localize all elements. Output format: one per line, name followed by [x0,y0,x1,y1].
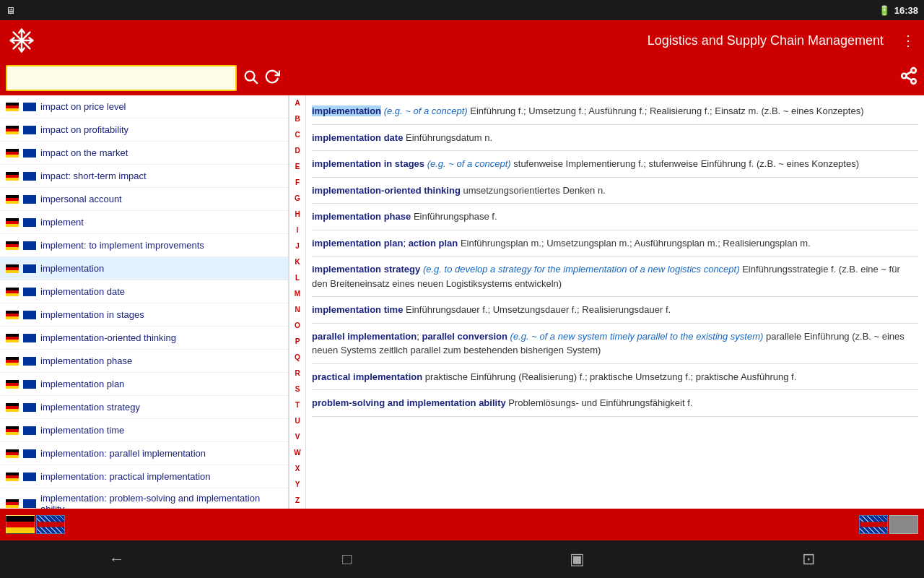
list-item[interactable]: implementation-oriented thinking [0,327,288,350]
item-flag-uk [23,499,36,508]
item-flag-de [6,241,19,250]
alpha-letter[interactable]: E [295,163,300,171]
item-flag-de [6,218,19,227]
alpha-letter[interactable]: T [295,402,300,409]
alpha-letter[interactable]: B [295,116,300,123]
alpha-letter[interactable]: J [295,243,300,250]
alpha-letter[interactable]: K [295,259,300,266]
list-item[interactable]: implementation date [0,280,288,303]
alpha-letter[interactable]: H [295,211,300,218]
menu-icon[interactable]: ⋮ [898,29,918,52]
alphabet-sidebar: ABCDEFGHIJKLMNOPQRSTUVWXYZ [289,95,306,509]
refresh-button[interactable] [264,69,280,88]
search-bar [0,61,924,95]
item-flag-de [6,380,19,389]
back-button[interactable]: ← [92,544,142,574]
entry-term: implementation strategy [312,264,420,275]
list-item[interactable]: implement: to implement improvements [0,234,288,257]
alpha-letter[interactable]: A [295,100,300,107]
alpha-letter[interactable]: F [295,179,300,186]
list-item[interactable]: impact on the market [0,142,288,165]
list-item-label: impact: short-term impact [40,171,147,181]
item-flag-de [6,403,19,412]
list-item[interactable]: impact on price level [0,95,288,118]
list-item[interactable]: implementation: practical implementation [0,465,288,488]
alpha-letter[interactable]: P [295,338,300,345]
list-item[interactable]: implement [0,211,288,234]
list-item[interactable]: implementation strategy [0,396,288,419]
app-header: Logistics and Supply Chain Management ⋮ [0,20,924,61]
entry-row: implementation date Einführungsdatum n. [312,125,918,152]
list-item[interactable]: implementation time [0,419,288,442]
svg-line-18 [906,72,911,74]
list-item-label: implementation-oriented thinking [40,332,176,343]
alpha-letter[interactable]: C [295,131,300,139]
alpha-letter[interactable]: O [295,322,300,329]
search-input[interactable] [6,65,237,91]
list-item[interactable]: implementation [0,257,288,280]
item-flag-de [6,288,19,296]
list-item[interactable]: implementation: problem-solving and impl… [0,488,288,509]
entry-term: implementation time [312,304,403,315]
item-flag-de [6,499,19,508]
list-item[interactable]: implementation: parallel implementation [0,442,288,465]
status-bar: 🖥 🔋 16:38 [0,0,924,20]
alpha-letter[interactable]: I [297,227,299,234]
item-flag-de [6,264,19,273]
word-list: impact on price levelimpact on profitabi… [0,95,289,509]
list-item[interactable]: implementation phase [0,350,288,373]
item-flag-uk [23,172,36,181]
list-item[interactable]: impact: short-term impact [0,165,288,188]
list-item-label: implementation time [40,425,124,436]
alpha-letter[interactable]: Q [295,354,300,361]
alpha-letter[interactable]: X [295,465,300,473]
entry-translation: Problemlösungs- und Einführungsfähigkeit… [508,397,692,408]
list-item[interactable]: impact on profitability [0,118,288,142]
entry-row: implementation in stages (e.g. ~ of a co… [312,151,918,178]
entry-example: (e.g. ~ of a concept) [427,158,511,169]
english-flag-right[interactable] [859,515,888,534]
main-content: impact on price levelimpact on profitabi… [0,95,924,509]
item-flag-uk [23,103,36,111]
item-flag-de [6,334,19,342]
german-flag[interactable] [6,515,35,534]
alpha-letter[interactable]: S [295,386,300,393]
entry-example: (e.g. ~ of a new system timely parallel … [510,331,764,342]
screenshot-button[interactable]: ⊡ [785,544,832,574]
list-item[interactable]: implementation in stages [0,303,288,327]
entry-row: implementation-oriented thinking umsetzu… [312,178,918,204]
item-flag-uk [23,334,36,342]
alpha-letter[interactable]: D [295,147,300,155]
grey-flag[interactable] [889,515,918,534]
alpha-letter[interactable]: Z [295,497,300,504]
alpha-letter[interactable]: L [295,275,300,282]
search-button[interactable] [243,69,258,88]
item-flag-de [6,126,19,134]
svg-line-13 [253,79,257,83]
recents-button[interactable]: ▣ [552,544,602,574]
item-flag-uk [23,241,36,250]
entry-row: practical implementation praktische Einf… [312,364,918,391]
entry-row: implementation plan; action plan Einführ… [312,230,918,257]
alpha-letter[interactable]: N [295,306,300,314]
list-item[interactable]: implementation plan [0,373,288,396]
share-button[interactable] [899,66,918,90]
item-flag-de [6,473,19,481]
alpha-letter[interactable]: W [294,449,300,457]
alpha-letter[interactable]: G [295,195,300,202]
item-flag-uk [23,380,36,389]
entry-term: implementation plan [312,238,403,249]
entry-separator: ; [403,238,408,249]
target-language-flags [859,515,918,534]
alpha-letter[interactable]: V [295,434,300,441]
item-flag-uk [23,218,36,227]
app-title: Logistics and Supply Chain Management [43,33,892,48]
english-flag-left[interactable] [36,515,65,534]
home-button[interactable]: □ [325,544,369,574]
alpha-letter[interactable]: R [295,370,300,377]
alpha-letter[interactable]: Y [295,481,300,488]
list-item-label: impact on the market [40,147,128,158]
list-item[interactable]: impersonal account [0,188,288,211]
alpha-letter[interactable]: U [295,418,300,425]
alpha-letter[interactable]: M [295,290,300,298]
